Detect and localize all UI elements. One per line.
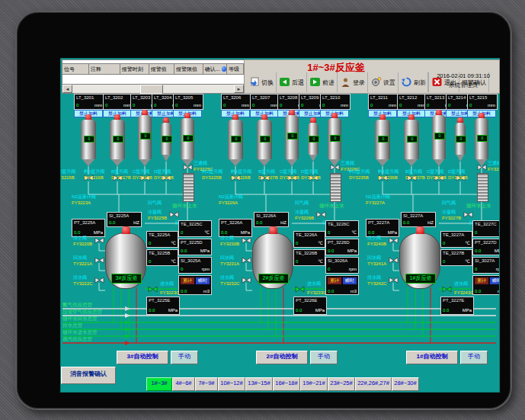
tank-cap (310, 117, 316, 123)
feed-valve-name: C提升阀 (427, 169, 443, 175)
alarm-column-2[interactable]: 报警时刻 (120, 64, 149, 74)
alarm-column-3[interactable]: 报警值 (149, 64, 174, 74)
totalizer-total-button[interactable]: 累计 (475, 277, 488, 284)
inlet-valve-2[interactable] (295, 286, 305, 293)
alarm-column-1[interactable]: 注释 (89, 64, 120, 74)
tank-cap (436, 110, 442, 115)
condenser-water-label: 循环水上水 (319, 203, 344, 209)
main-toolbar: 1#~3#反应釜 切换后退前进登录设置刷新退出报警确认 2016-02-01 0… (244, 59, 500, 94)
back-button[interactable]: 后退 (277, 72, 307, 92)
side-valve-tag: TY3242C (367, 281, 386, 287)
alarm-column-6[interactable]: 等级 (227, 64, 244, 74)
tank-display: 0 (456, 136, 466, 143)
tank-funnel (82, 159, 94, 166)
temp-indicator-1-0: TE_3227A0℃ (440, 231, 472, 248)
inlet-valve-1[interactable] (442, 286, 452, 293)
devices-layer: LT_32010mm禁止加料0料2提升阀DY3215BLT_32020mm禁止加… (61, 94, 499, 392)
auto-control-button-3[interactable]: 3#自动控制 (117, 351, 168, 364)
side-valve-3-2[interactable] (94, 277, 104, 284)
reactor-nav-button-4[interactable]: 13#~15# (245, 377, 273, 391)
three-way-valve-2[interactable] (330, 164, 340, 171)
side-valve-tag: FY3240B (367, 242, 386, 247)
cond-valve-1[interactable] (463, 211, 473, 218)
manifold-label-5: 蒸汽供应总管 (62, 336, 92, 342)
scroll-right-button[interactable]: ► (234, 85, 244, 93)
alarm-table-scrollbar[interactable]: ◄ ► (62, 84, 244, 93)
inlet-valve-name: 进水阀 (307, 281, 321, 287)
reactor-nav-button-8[interactable]: 22#,26#,27# (355, 377, 392, 391)
alarm-column-5[interactable]: 确认... (203, 64, 227, 74)
right-indicator-2-2: SI_3026A0rpm (325, 257, 359, 274)
alarm-column-4[interactable]: 报警限值 (174, 64, 203, 74)
condenser-1 (477, 173, 488, 202)
switch-button[interactable]: 切换 (246, 72, 277, 92)
login-button[interactable]: 登录 (338, 72, 368, 92)
feed-valve-tag: DY3228B (280, 175, 299, 181)
feed-valve-name: 料1提升阀 (84, 169, 104, 175)
totalizer-instant-button[interactable]: 瞬时 (343, 277, 357, 284)
switch-label: 切换 (261, 79, 274, 87)
cond-valve-2[interactable] (316, 211, 326, 218)
cond-valve-3[interactable] (169, 211, 179, 218)
totalizer-total-button[interactable]: 累计 (328, 277, 341, 284)
settings-button[interactable]: 设置 (368, 72, 399, 92)
side-valve-3-1[interactable] (94, 257, 104, 264)
reactor-nav-button-0[interactable]: 1#~3# (146, 377, 172, 391)
scroll-left-button[interactable]: ◄ (62, 85, 72, 93)
side-valve-2-2[interactable] (242, 277, 251, 284)
feed-valve-tag: DY3218B (133, 175, 152, 181)
level-indicator-1-0: LT_32110mm (368, 94, 399, 110)
totalizer-instant-button[interactable]: 瞬时 (490, 277, 499, 284)
scroll-track[interactable] (72, 85, 234, 93)
refresh-button[interactable]: 刷新 (399, 72, 429, 92)
tank-cap (457, 117, 463, 123)
auto-control-button-2[interactable]: 2#自动控制 (256, 351, 308, 364)
pressure-indicator-1: PT_3227A0.0MPa (366, 219, 399, 237)
feed-valve-tag: DY3229B (301, 175, 321, 181)
side-valve-2-0[interactable] (242, 237, 251, 244)
tank-cap (114, 114, 120, 120)
tank-cap (261, 114, 267, 120)
reactor-nav-button-9[interactable]: 28#~30# (392, 377, 419, 391)
reactor-nav-button-2[interactable]: 7#~9# (195, 377, 218, 391)
side-valve-1-2[interactable] (389, 277, 399, 284)
feed-valve-name: 料1提升阀 (378, 169, 399, 175)
reactor-nav-button-3[interactable]: 10#~12# (218, 377, 245, 391)
side-valve-3-0[interactable] (94, 237, 104, 244)
forward-button[interactable]: 前进 (307, 72, 338, 92)
reactor-nav-button-1[interactable]: 4#~6# (172, 377, 195, 391)
feed-valve-name: D提升阀 (301, 169, 318, 175)
side-valve-name: 排水阀 (220, 275, 234, 281)
mode-button-1[interactable]: 手动 (460, 351, 488, 364)
mode-button-2[interactable]: 手动 (310, 351, 338, 364)
feed-valve-name: 料1提升阀 (231, 169, 251, 175)
reactor-nav-button-5[interactable]: 16#~18# (273, 377, 300, 391)
mute-alarm-button[interactable]: 消音报警确认 (61, 367, 116, 384)
manifold-label-2: 循环水回水总管 (62, 316, 98, 322)
back-label: 后退 (292, 79, 304, 87)
three-way-valve-1[interactable] (477, 164, 487, 171)
auto-control-button-1[interactable]: 1#自动控制 (406, 351, 458, 364)
reactor-nav-button-6[interactable]: 19#~21# (300, 377, 328, 391)
reactor-nav-button-7[interactable]: 23#~25# (328, 377, 355, 391)
side-valve-name: 回水阀 (367, 255, 381, 261)
cond-valve-name: 冷凝阀 (295, 210, 309, 215)
side-valve-1-1[interactable] (389, 257, 399, 264)
side-valve-tag: FY3220B (73, 242, 92, 247)
side-valve-2-1[interactable] (242, 257, 251, 264)
totalizer-instant-button[interactable]: 瞬时 (196, 277, 210, 284)
flow-meter-tag: FY3227A (366, 200, 385, 206)
totalizer-total-button[interactable]: 累计 (181, 277, 194, 284)
current-user-label: 系统管理员 (428, 81, 498, 90)
alarm-column-0[interactable]: 位号 (62, 64, 89, 74)
inlet-valve-3[interactable] (148, 286, 158, 293)
feed-valve-name: D提升阀 (154, 169, 171, 175)
mode-button-3[interactable]: 手动 (171, 351, 198, 364)
three-way-valve-3[interactable] (183, 164, 193, 171)
right-indicator-3-1: PT_3225D0.0MPa (178, 239, 212, 255)
tank-cap (85, 114, 91, 120)
cond-valve-name: 冷凝阀 (442, 210, 456, 215)
three-way-valve-name: 三通阀 (488, 161, 499, 166)
side-valve-1-0[interactable] (389, 237, 399, 244)
flow-meter-tag: FY3226A (219, 200, 238, 206)
